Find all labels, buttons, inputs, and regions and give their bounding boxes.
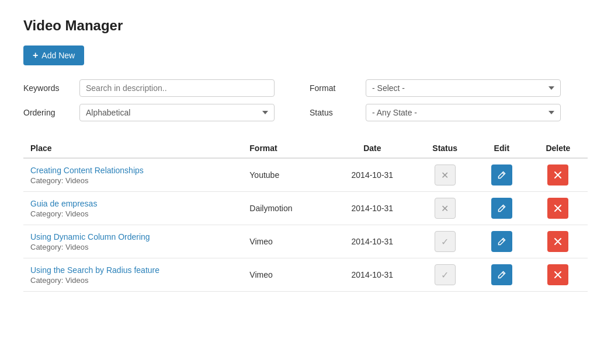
table-row: Guia de empresas Category: Videos Dailym… [23, 192, 588, 225]
place-cell: Using the Search by Radius feature Categ… [23, 258, 242, 292]
keywords-filter-row: Keywords [23, 79, 275, 97]
keywords-input[interactable] [79, 79, 275, 97]
page-title: Video Manager [23, 18, 588, 34]
place-link[interactable]: Creating Content Relationships [30, 166, 235, 175]
ordering-label: Ordering [23, 108, 70, 117]
delete-cell [529, 258, 588, 292]
date-cell: 2014-10-31 [329, 192, 415, 225]
status-toggle-button[interactable]: ✓ [435, 231, 456, 252]
delete-button[interactable] [547, 264, 568, 285]
edit-icon [498, 237, 506, 246]
format-cell: Vimeo [242, 258, 329, 292]
delete-button[interactable] [547, 231, 568, 252]
delete-button[interactable] [547, 164, 568, 186]
date-cell: 2014-10-31 [329, 225, 415, 258]
place-category: Category: Videos [30, 243, 235, 251]
edit-icon [498, 271, 506, 279]
keywords-label: Keywords [23, 83, 70, 93]
date-cell: 2014-10-31 [329, 158, 415, 192]
col-place: Place [23, 139, 242, 158]
delete-button[interactable] [547, 198, 568, 219]
place-link[interactable]: Guia de empresas [30, 199, 235, 208]
edit-cell [475, 192, 529, 225]
place-category: Category: Videos [30, 209, 235, 218]
col-edit: Edit [475, 139, 529, 158]
status-select[interactable]: - Any State - Published Unpublished [366, 104, 561, 121]
col-delete: Delete [529, 139, 588, 158]
edit-cell [475, 225, 529, 258]
status-toggle-button[interactable]: ✓ [435, 264, 456, 285]
table-row: Creating Content Relationships Category:… [23, 158, 588, 192]
format-cell: Youtube [242, 158, 329, 192]
place-cell: Creating Content Relationships Category:… [23, 158, 242, 192]
format-cell: Dailymotion [242, 192, 329, 225]
plus-icon: + [33, 50, 38, 61]
place-category: Category: Videos [30, 176, 235, 185]
place-category: Category: Videos [30, 276, 235, 285]
delete-icon [554, 271, 561, 278]
status-toggle-button[interactable]: ✕ [435, 198, 456, 219]
date-cell: 2014-10-31 [329, 258, 415, 292]
status-cell: ✕ [415, 192, 475, 225]
edit-icon [498, 204, 506, 212]
delete-icon [554, 172, 561, 178]
table-row: Using Dynamic Column Ordering Category: … [23, 225, 588, 258]
format-cell: Vimeo [242, 225, 329, 258]
edit-button[interactable] [491, 231, 512, 252]
edit-icon [498, 171, 506, 179]
table-row: Using the Search by Radius feature Categ… [23, 258, 588, 292]
status-label: Status [310, 108, 356, 117]
col-format: Format [242, 139, 329, 158]
table-header-row: Place Format Date Status Edit Delete [23, 139, 588, 158]
edit-button[interactable] [491, 198, 512, 219]
delete-cell [529, 225, 588, 258]
status-toggle-button[interactable]: ✕ [435, 164, 456, 186]
format-select[interactable]: - Select - Youtube Vimeo Dailymotion [366, 79, 561, 97]
edit-cell [475, 158, 529, 192]
place-cell: Using Dynamic Column Ordering Category: … [23, 225, 242, 258]
delete-cell [529, 192, 588, 225]
place-cell: Guia de empresas Category: Videos [23, 192, 242, 225]
format-filter-row: Format - Select - Youtube Vimeo Dailymot… [310, 79, 561, 97]
col-date: Date [329, 139, 415, 158]
delete-icon [554, 205, 561, 212]
format-label: Format [310, 83, 356, 93]
edit-cell [475, 258, 529, 292]
ordering-filter-row: Ordering Alphabetical Date ID [23, 104, 275, 121]
videos-table: Place Format Date Status Edit Delete Cre… [23, 139, 588, 292]
status-filter-row: Status - Any State - Published Unpublish… [310, 104, 561, 121]
status-cell: ✓ [415, 225, 475, 258]
status-cell: ✕ [415, 158, 475, 192]
place-link[interactable]: Using Dynamic Column Ordering [30, 232, 235, 242]
add-new-label: Add New [41, 51, 75, 60]
col-status: Status [415, 139, 475, 158]
filters-panel: Keywords Format - Select - Youtube Vimeo… [23, 79, 561, 121]
ordering-select[interactable]: Alphabetical Date ID [79, 104, 275, 121]
delete-icon [554, 238, 561, 245]
delete-cell [529, 158, 588, 192]
place-link[interactable]: Using the Search by Radius feature [30, 265, 235, 275]
status-cell: ✓ [415, 258, 475, 292]
edit-button[interactable] [491, 164, 512, 186]
add-new-button[interactable]: + Add New [23, 46, 84, 65]
edit-button[interactable] [491, 264, 512, 285]
